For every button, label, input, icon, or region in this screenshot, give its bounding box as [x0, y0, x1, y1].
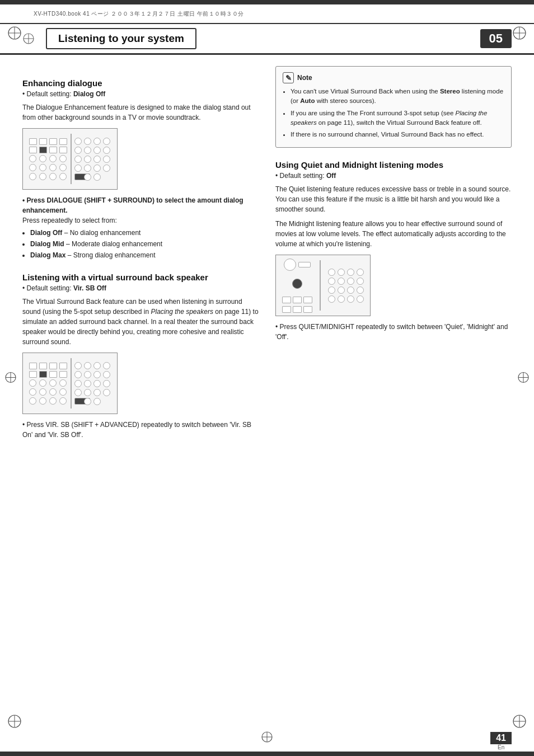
enhancing-dialogue-body: The Dialogue Enhancement feature is desi… — [22, 102, 259, 123]
header-text: XV-HTD340.book 41 ページ ２００３年１２月２７日 土曜日 午前… — [34, 10, 244, 18]
quiet-midnight-remote-image — [275, 255, 371, 316]
note-label: Note — [297, 74, 312, 82]
note-box: ✎ Note You can't use Virtual Surround Ba… — [275, 66, 512, 148]
press-virtual-surround-instruction: • Press VIR. SB (SHIFT + ADVANCED) repea… — [22, 420, 259, 440]
title-section: Listening to your system 05 — [0, 24, 534, 55]
remote-right-panel — [74, 138, 111, 181]
chapter-badge: 05 — [480, 29, 512, 48]
virtual-surround-body: The Virtual Surround Back feature can be… — [22, 297, 259, 347]
reg-mark-bottom-right — [512, 713, 527, 731]
virtual-surround-section: Listening with a virtual surround back s… — [22, 273, 259, 440]
option-dialog-off: Dialog Off – No dialog enhancement — [30, 228, 259, 238]
virtual-surround-default: • Default setting: Vir. SB Off — [22, 284, 259, 292]
option-dialog-max: Dialog Max – Strong dialog enhancement — [30, 250, 259, 260]
option-dialog-mid: Dialog Mid – Moderate dialog enhancement — [30, 239, 259, 249]
note-header: ✎ Note — [283, 72, 504, 83]
right-column: ✎ Note You can't use Virtual Surround Ba… — [275, 66, 512, 442]
reg-mark-top-right — [512, 25, 527, 43]
dialogue-options-list: Dialog Off – No dialog enhancement Dialo… — [30, 228, 259, 260]
remote-left-panel — [29, 138, 68, 180]
press-quiet-midnight-instruction: • Press QUIET/MIDNIGHT repeatedly to swi… — [275, 322, 512, 342]
note-list: You can't use Virtual Surround Back when… — [291, 87, 504, 139]
quiet-midnight-default: • Default setting: Off — [275, 172, 512, 180]
quiet-midnight-body1: The Quiet listening feature reduces exce… — [275, 184, 512, 214]
quiet-midnight-body2: The Midnight listening feature allows yo… — [275, 219, 512, 249]
enhancing-dialogue-heading: Enhancing dialogue — [22, 78, 259, 88]
main-content: Enhancing dialogue • Default setting: Di… — [22, 55, 512, 722]
dialogue-remote-image — [22, 128, 118, 190]
reg-mark-bottom-center — [261, 731, 273, 745]
reg-mark-mid-right — [517, 371, 530, 385]
note-item-3: If there is no surround channel, Virtual… — [291, 130, 504, 139]
enhancing-dialogue-default: • Default setting: Dialog Off — [22, 90, 259, 98]
virtual-surround-remote-image — [22, 353, 118, 414]
quiet-midnight-section: Using Quiet and Midnight listening modes… — [275, 160, 512, 342]
left-column: Enhancing dialogue • Default setting: Di… — [22, 66, 259, 442]
header-bar: XV-HTD340.book 41 ページ ２００３年１２月２７日 土曜日 午前… — [0, 4, 534, 24]
virtual-surround-heading: Listening with a virtual surround back s… — [22, 273, 259, 282]
reg-mark-title-left — [22, 32, 35, 45]
note-item-1: You can't use Virtual Surround Back when… — [291, 87, 504, 106]
quiet-midnight-heading: Using Quiet and Midnight listening modes — [275, 160, 512, 170]
reg-mark-mid-left — [4, 371, 17, 385]
page-number: 41 — [490, 732, 512, 744]
page-title: Listening to your system — [46, 28, 196, 49]
enhancing-dialogue-section: Enhancing dialogue • Default setting: Di… — [22, 78, 259, 260]
page-number-area: 41 En — [490, 732, 512, 750]
page-lang: En — [498, 744, 504, 750]
note-icon: ✎ — [283, 72, 294, 83]
note-item-2: If you are using the The Front surround … — [291, 109, 504, 128]
reg-mark-bottom-left — [7, 713, 22, 731]
press-dialogue-instruction: • Press DIALOGUE (SHIFT + SURROUND) to s… — [22, 195, 259, 226]
reg-mark-top-left — [7, 25, 22, 43]
